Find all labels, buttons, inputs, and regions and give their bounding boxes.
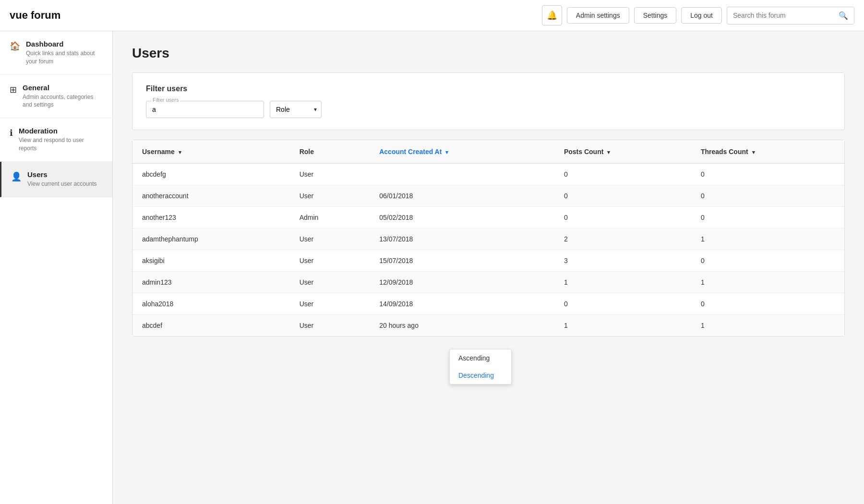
cell-username: admin123	[132, 272, 290, 293]
header-actions: 🔔 Admin settings Settings Log out 🔍	[542, 5, 854, 25]
cell-role: User	[290, 164, 370, 185]
table-row[interactable]: aloha2018User14/09/201800	[132, 293, 844, 315]
app-title: vue forum	[10, 9, 542, 22]
cell-posts_count: 0	[554, 164, 691, 185]
users-text: Users View current user accounts	[27, 170, 97, 188]
cell-account_created_at: 12/09/2018	[370, 272, 554, 293]
cell-username: adamthephantump	[132, 228, 290, 250]
cell-role: User	[290, 185, 370, 207]
general-title: General	[23, 84, 103, 92]
col-posts_count[interactable]: Posts Count ▾	[554, 140, 691, 164]
cell-posts_count: 3	[554, 250, 691, 272]
cell-threads_count: 0	[691, 293, 844, 315]
cell-account_created_at: 13/07/2018	[370, 228, 554, 250]
role-select[interactable]: RoleAdminUserModerator	[270, 101, 322, 118]
filter-input[interactable]	[152, 106, 258, 113]
cell-username: anotheraccount	[132, 185, 290, 207]
table-row[interactable]: abcdefUser20 hours ago11	[132, 315, 844, 336]
col-role: Role	[290, 140, 370, 164]
table-row[interactable]: anotheraccountUser06/01/201800	[132, 185, 844, 207]
cell-role: User	[290, 250, 370, 272]
bell-button[interactable]: 🔔	[542, 5, 562, 25]
sidebar: 🏠 Dashboard Quick links and stats about …	[0, 31, 113, 504]
filter-title: Filter users	[146, 84, 831, 93]
cell-threads_count: 0	[691, 250, 844, 272]
search-button[interactable]: 🔍	[833, 7, 854, 24]
table-header-row: Username ▾RoleAccount Created At ▾Posts …	[132, 140, 844, 164]
page-title: Users	[132, 46, 845, 61]
users-subtitle: View current user accounts	[27, 180, 97, 188]
dashboard-text: Dashboard Quick links and stats about yo…	[26, 40, 103, 66]
sidebar-item-general[interactable]: ⊞ General Admin accounts, categories and…	[0, 75, 112, 119]
cell-threads_count: 1	[691, 315, 844, 336]
cell-account_created_at: 06/01/2018	[370, 185, 554, 207]
settings-button[interactable]: Settings	[634, 7, 677, 24]
search-input[interactable]	[727, 8, 833, 23]
cell-threads_count: 0	[691, 185, 844, 207]
cell-posts_count: 0	[554, 293, 691, 315]
cell-posts_count: 2	[554, 228, 691, 250]
search-container: 🔍	[727, 7, 854, 24]
table-row[interactable]: abcdefgUser00	[132, 164, 844, 185]
dashboard-subtitle: Quick links and stats about your forum	[26, 49, 103, 66]
cell-threads_count: 1	[691, 272, 844, 293]
col-username[interactable]: Username ▾	[132, 140, 290, 164]
cell-account_created_at: 20 hours ago	[370, 315, 554, 336]
cell-account_created_at: 14/09/2018	[370, 293, 554, 315]
users-icon: 👤	[11, 171, 22, 182]
cell-threads_count: 0	[691, 164, 844, 185]
moderation-subtitle: View and respond to user reports	[19, 136, 103, 153]
cell-role: User	[290, 228, 370, 250]
col-threads_count[interactable]: Threads Count ▾	[691, 140, 844, 164]
sidebar-item-users[interactable]: 👤 Users View current user accounts	[0, 162, 112, 197]
cell-posts_count: 1	[554, 272, 691, 293]
role-select-wrap: RoleAdminUserModerator	[270, 101, 322, 118]
sort-ascending-option[interactable]: Ascending	[450, 349, 511, 367]
filter-card: Filter users Filter users RoleAdminUserM…	[132, 72, 845, 130]
cell-username: abcdef	[132, 315, 290, 336]
table-row[interactable]: another123Admin05/02/201800	[132, 207, 844, 228]
search-icon: 🔍	[839, 12, 848, 20]
cell-account_created_at	[370, 164, 554, 185]
cell-posts_count: 1	[554, 315, 691, 336]
users-table: Username ▾RoleAccount Created At ▾Posts …	[132, 140, 844, 336]
bell-icon: 🔔	[547, 10, 557, 21]
cell-role: Admin	[290, 207, 370, 228]
table-card: Username ▾RoleAccount Created At ▾Posts …	[132, 140, 845, 336]
sort-descending-option[interactable]: Descending	[450, 367, 511, 384]
cell-threads_count: 1	[691, 228, 844, 250]
cell-posts_count: 0	[554, 185, 691, 207]
cell-username: aksigibi	[132, 250, 290, 272]
dashboard-icon: 🏠	[10, 41, 20, 51]
logout-button[interactable]: Log out	[681, 7, 722, 24]
filter-input-wrap: Filter users	[146, 101, 264, 118]
filter-row: Filter users RoleAdminUserModerator	[146, 101, 831, 118]
sidebar-item-dashboard[interactable]: 🏠 Dashboard Quick links and stats about …	[0, 31, 112, 75]
header: vue forum 🔔 Admin settings Settings Log …	[0, 0, 864, 31]
users-title: Users	[27, 170, 97, 179]
table-row[interactable]: adamthephantumpUser13/07/201821	[132, 228, 844, 250]
table-row[interactable]: aksigibiUser15/07/201830	[132, 250, 844, 272]
general-text: General Admin accounts, categories and s…	[23, 84, 103, 109]
cell-username: abcdefg	[132, 164, 290, 185]
cell-username: aloha2018	[132, 293, 290, 315]
general-subtitle: Admin accounts, categories and settings	[23, 93, 103, 109]
admin-settings-button[interactable]: Admin settings	[567, 7, 629, 24]
cell-role: User	[290, 315, 370, 336]
sort-dropdown: Ascending Descending	[449, 349, 512, 384]
username-sort-icon: ▾	[179, 149, 181, 155]
filter-input-label: Filter users	[151, 97, 180, 103]
posts_count-sort-icon: ▾	[607, 149, 610, 155]
table-row[interactable]: admin123User12/09/201811	[132, 272, 844, 293]
cell-role: User	[290, 272, 370, 293]
account_created_at-sort-icon: ▾	[445, 149, 448, 155]
dashboard-title: Dashboard	[26, 40, 103, 48]
layout: 🏠 Dashboard Quick links and stats about …	[0, 31, 864, 504]
moderation-title: Moderation	[19, 127, 103, 135]
cell-role: User	[290, 293, 370, 315]
col-account_created_at[interactable]: Account Created At ▾	[370, 140, 554, 164]
moderation-text: Moderation View and respond to user repo…	[19, 127, 103, 153]
moderation-icon: ℹ	[10, 128, 13, 138]
main-content: Users Filter users Filter users RoleAdmi…	[113, 31, 864, 504]
sidebar-item-moderation[interactable]: ℹ Moderation View and respond to user re…	[0, 118, 112, 162]
